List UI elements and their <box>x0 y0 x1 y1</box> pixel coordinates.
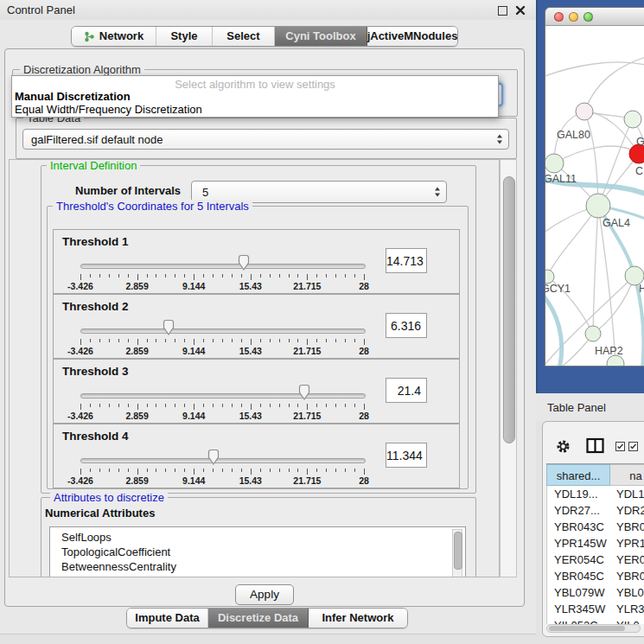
table-horizontal-scrollbar[interactable] <box>546 624 641 633</box>
network-node-HAP2[interactable] <box>585 326 601 341</box>
slider-track[interactable] <box>80 458 366 463</box>
dropdown-hint: Select algorithm to view settings <box>12 78 498 91</box>
tab-network[interactable]: Network <box>72 27 156 46</box>
list-scrollbar[interactable] <box>452 529 462 577</box>
close-traffic-light-icon[interactable] <box>554 12 564 22</box>
table-row[interactable]: YDL19...YDL1 <box>547 486 644 502</box>
minimize-traffic-light-icon[interactable] <box>569 12 578 22</box>
table-data-combobox[interactable]: galFiltered.sif default node <box>22 129 509 150</box>
column-header-name[interactable]: na <box>610 464 644 486</box>
slider-tick-label: 28 <box>359 411 369 421</box>
cell-name: YBR0 <box>616 570 644 583</box>
tab-cyni-toolbox[interactable]: Cyni Toolbox <box>275 27 367 46</box>
slider-tick <box>203 469 204 472</box>
algorithm-dropdown-popup: Select algorithm to view settings Manual… <box>11 75 499 118</box>
tab-jactivemnodules[interactable]: jActiveMNodules <box>367 27 457 46</box>
tab-select[interactable]: Select <box>213 27 275 46</box>
stepper-icon <box>435 188 440 197</box>
slider-tick <box>175 339 175 342</box>
slider-track[interactable] <box>80 393 366 399</box>
slider-track[interactable] <box>80 328 366 334</box>
attributes-group: Attributes to discretize Numerical Attri… <box>41 497 476 577</box>
slider-tick <box>165 404 166 407</box>
dropdown-option-manual[interactable]: Manual Discretization <box>15 90 131 103</box>
tab-label: Infer Network <box>322 609 393 628</box>
tab-label: jActiveMNodules <box>367 27 458 46</box>
network-node-GAL80[interactable] <box>576 103 593 120</box>
threshold-value-field[interactable]: 21.4 <box>386 378 427 403</box>
node-label-GCY1: GCY1 <box>545 283 571 295</box>
slider-thumb[interactable] <box>297 384 311 401</box>
combobox-value: galFiltered.sif default node <box>31 133 163 146</box>
table-horizontal-scrollbar-thumb[interactable] <box>549 626 625 631</box>
slider-thumb[interactable] <box>207 449 220 466</box>
column-header-shared-name[interactable]: shared... <box>546 464 610 486</box>
slider-tick <box>326 274 327 277</box>
tab-impute-data[interactable]: Impute Data <box>127 609 208 628</box>
checkbox-checked-icon[interactable] <box>615 442 626 452</box>
table-row[interactable]: YPR145WYPR1 <box>547 535 644 552</box>
slider-thumb[interactable] <box>237 254 251 271</box>
slider-tick <box>345 404 346 407</box>
network-node-GA[interactable] <box>624 111 641 128</box>
slider-thumb[interactable] <box>162 319 175 336</box>
attribute-list-item[interactable]: BetweennessCentrality <box>61 560 176 573</box>
screen: Control Panel Network Style Selec <box>0 0 644 644</box>
attribute-list-item[interactable]: SelfLoops <box>61 531 112 544</box>
node-label-H: H <box>639 283 644 295</box>
cell-shared-name: YER054C <box>554 553 604 566</box>
table-row[interactable]: YBL079WYBL0 <box>547 584 644 601</box>
dropdown-option-equal-width[interactable]: Equal Width/Frequency Discretization <box>15 103 202 116</box>
threshold-label: Threshold 3 <box>62 365 129 378</box>
slider-tick <box>118 404 119 407</box>
slider-tick <box>354 469 355 472</box>
attribute-list-item[interactable]: TopologicalCoefficient <box>61 545 170 558</box>
slider-tick <box>156 339 156 342</box>
table-row[interactable]: YER054CYER0 <box>547 552 644 568</box>
slider-tick <box>316 274 317 277</box>
settings-scrollbar-thumb[interactable] <box>503 176 515 443</box>
slider-tick <box>232 339 233 342</box>
slider-tick <box>213 274 214 277</box>
table-row[interactable]: YBR043CYBR0 <box>547 519 644 535</box>
threshold-value-field[interactable]: 6.316 <box>386 313 427 338</box>
slider-tick <box>184 404 185 407</box>
table-row[interactable]: YBR045CYBR0 <box>547 568 644 584</box>
slider-tick <box>297 404 298 407</box>
network-canvas[interactable]: GAL80GACGAL11GAL4GCY1HHAP2 <box>545 26 644 367</box>
float-window-icon[interactable] <box>498 6 507 16</box>
threshold-panel-2: Threshold 2 6.316 -3.4262.8599.14415.432… <box>53 294 460 359</box>
checkbox-checked-icon[interactable] <box>628 442 639 452</box>
slider-tick <box>260 469 261 472</box>
slider-tick <box>147 404 148 407</box>
tab-style[interactable]: Style <box>156 27 213 46</box>
slider-tick <box>289 469 290 472</box>
list-scrollbar-thumb[interactable] <box>454 532 462 570</box>
table-row[interactable]: YIL052CYIL0 <box>547 617 644 624</box>
slider-tick <box>194 339 194 345</box>
tab-infer-network[interactable]: Infer Network <box>309 609 407 628</box>
slider-tick <box>99 469 100 472</box>
threshold-value-field[interactable]: 11.344 <box>386 443 427 468</box>
gear-icon[interactable] <box>556 439 571 454</box>
slider-tick <box>241 469 242 472</box>
network-node-GAL4[interactable] <box>586 194 610 218</box>
tab-discretize-data[interactable]: Discretize Data <box>208 609 309 628</box>
slider-tick <box>184 469 185 472</box>
close-icon[interactable] <box>515 5 526 16</box>
slider-tick <box>137 404 138 410</box>
settings-scrollbar[interactable] <box>500 159 517 577</box>
table-row[interactable]: YLR345WYLR3 <box>547 601 644 617</box>
table-row[interactable]: YDR27...YDR2 <box>547 502 644 519</box>
slider-track[interactable] <box>80 264 366 269</box>
slider-tick <box>109 274 110 277</box>
network-node-GAL11[interactable] <box>545 154 564 173</box>
node-label-C: C <box>635 165 643 177</box>
slider-tick <box>147 469 148 472</box>
split-pane-icon[interactable] <box>586 437 604 455</box>
numerical-attributes-list[interactable]: SelfLoopsTopologicalCoefficientBetweenne… <box>49 526 466 577</box>
apply-button[interactable]: Apply <box>235 584 294 605</box>
threshold-value-field[interactable]: 14.713 <box>386 248 427 273</box>
zoom-traffic-light-icon[interactable] <box>583 12 593 22</box>
slider-tick <box>175 469 175 472</box>
